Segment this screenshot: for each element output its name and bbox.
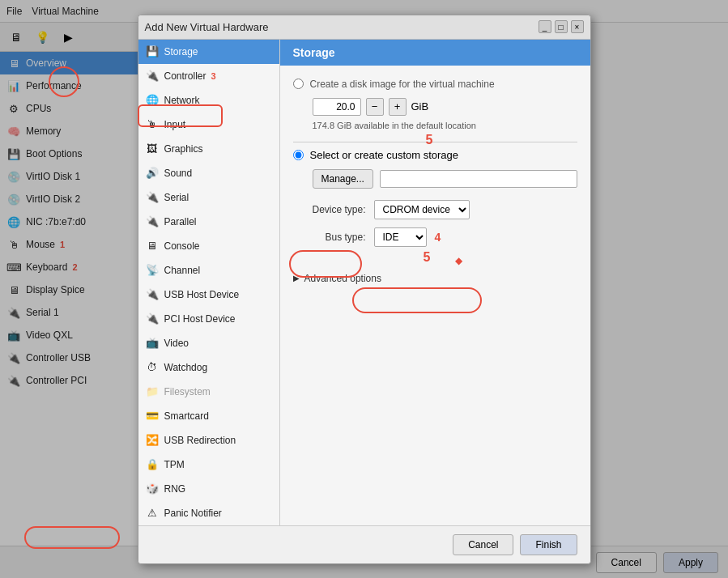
manage-row: Manage... bbox=[313, 169, 577, 189]
smartcard-icon: 💳 bbox=[145, 409, 160, 423]
dlitem-serial-label: Serial bbox=[164, 192, 189, 203]
dlitem-graphics-label: Graphics bbox=[164, 143, 203, 155]
dlitem-storage-label: Storage bbox=[164, 46, 198, 57]
dlitem-controller-label: Controller bbox=[164, 70, 206, 82]
usb-redir-icon: 🔀 bbox=[145, 433, 160, 448]
dlitem-smartcard[interactable]: 💳 Smartcard bbox=[138, 404, 279, 428]
dialog-minimize-btn[interactable]: _ bbox=[539, 20, 551, 33]
disk-size-plus-btn[interactable]: + bbox=[389, 98, 407, 116]
create-disk-radio[interactable] bbox=[293, 79, 304, 89]
dlitem-panic[interactable]: ⚠ Panic Notifier bbox=[138, 501, 279, 525]
select-storage-radio[interactable] bbox=[293, 150, 304, 160]
dlitem-watchdog-label: Watchdog bbox=[164, 362, 208, 373]
dlitem-serial[interactable]: 🔌 Serial bbox=[138, 185, 279, 210]
bus-type-select[interactable]: IDE VirtIO SCSI bbox=[374, 227, 427, 247]
dlitem-controller[interactable]: 🔌 Controller 3 bbox=[138, 64, 279, 88]
dlitem-network-label: Network bbox=[164, 95, 200, 106]
dlitem-graphics[interactable]: 🖼 Graphics bbox=[138, 137, 279, 161]
diamond-marker: ◆ bbox=[455, 255, 577, 266]
dlitem-input[interactable]: 🖱 Input bbox=[138, 113, 279, 137]
pci-host-icon: 🔌 bbox=[145, 312, 160, 326]
dlitem-tpm-label: TPM bbox=[164, 459, 185, 470]
dlitem-video[interactable]: 📺 Video bbox=[138, 331, 279, 355]
dialog-left-panel: 💾 Storage 🔌 Controller 3 🌐 Network 🖱 Inp… bbox=[138, 40, 280, 525]
bus-type-row: Bus type: IDE VirtIO SCSI 4 bbox=[293, 227, 577, 247]
dlitem-channel-label: Channel bbox=[164, 265, 201, 276]
dlitem-channel[interactable]: 📡 Channel bbox=[138, 258, 279, 283]
dlitem-rng[interactable]: 🎲 RNG bbox=[138, 477, 279, 501]
device-type-label: Device type: bbox=[293, 204, 366, 215]
filesystem-icon: 📁 bbox=[145, 385, 160, 399]
dlitem-parallel-label: Parallel bbox=[164, 216, 197, 227]
storage-icon: 💾 bbox=[145, 45, 160, 59]
tpm-icon: 🔒 bbox=[145, 457, 160, 472]
dlitem-usb-host[interactable]: 🔌 USB Host Device bbox=[138, 283, 279, 307]
device-type-row: Device type: CDROM device Disk device Fl… bbox=[293, 200, 577, 219]
dlitem-tpm[interactable]: 🔒 TPM bbox=[138, 453, 279, 477]
dialog-finish-button[interactable]: Finish bbox=[520, 534, 577, 555]
dlitem-storage[interactable]: 💾 Storage bbox=[138, 40, 279, 64]
usb-host-icon: 🔌 bbox=[145, 287, 160, 302]
device-type-select[interactable]: CDROM device Disk device Floppy device bbox=[374, 200, 470, 219]
dialog-controls: _ □ × bbox=[539, 20, 584, 33]
manage-path-input[interactable] bbox=[380, 170, 577, 188]
manage-button[interactable]: Manage... bbox=[313, 169, 373, 189]
select-storage-label: Select or create custom storage bbox=[310, 149, 459, 161]
dlitem-usb-redir[interactable]: 🔀 USB Redirection bbox=[138, 428, 279, 453]
bus-type-badge: 4 bbox=[435, 231, 441, 244]
controller-badge: 3 bbox=[211, 71, 216, 81]
parallel-icon: 🔌 bbox=[145, 215, 160, 229]
dlitem-filesystem: 📁 Filesystem bbox=[138, 380, 279, 404]
dlitem-parallel[interactable]: 🔌 Parallel bbox=[138, 210, 279, 234]
input-icon: 🖱 bbox=[145, 117, 160, 132]
dialog-right-panel: Storage Create a disk image for the virt… bbox=[280, 40, 590, 525]
dialog-cancel-button[interactable]: Cancel bbox=[453, 534, 513, 555]
disk-size-input[interactable]: 20.0 bbox=[313, 98, 361, 116]
panic-icon: ⚠ bbox=[145, 506, 160, 521]
disk-size-minus-btn[interactable]: − bbox=[366, 98, 384, 116]
panel-header: Storage bbox=[280, 40, 590, 66]
dlitem-panic-label: Panic Notifier bbox=[164, 508, 222, 519]
network-icon: 🌐 bbox=[145, 93, 160, 108]
advanced-section[interactable]: ▶ Advanced options bbox=[293, 273, 577, 284]
watchdog-icon: ⏱ bbox=[145, 360, 160, 375]
dlitem-smartcard-label: Smartcard bbox=[164, 410, 209, 422]
create-disk-row: Create a disk image for the virtual mach… bbox=[293, 79, 577, 90]
create-disk-label: Create a disk image for the virtual mach… bbox=[310, 79, 495, 90]
dialog-body: 💾 Storage 🔌 Controller 3 🌐 Network 🖱 Inp… bbox=[138, 40, 590, 525]
dlitem-sound-label: Sound bbox=[164, 168, 193, 179]
panel-content: Create a disk image for the virtual mach… bbox=[280, 66, 590, 297]
dialog-footer: Cancel Finish bbox=[138, 525, 590, 563]
dlitem-network[interactable]: 🌐 Network bbox=[138, 88, 279, 113]
dlitem-pci-host[interactable]: 🔌 PCI Host Device bbox=[138, 307, 279, 331]
graphics-icon: 🖼 bbox=[145, 142, 160, 156]
advanced-arrow-icon: ▶ bbox=[293, 274, 300, 283]
sound-icon: 🔊 bbox=[145, 166, 160, 181]
add-hardware-dialog: Add New Virtual Hardware _ □ × 💾 Storage… bbox=[138, 15, 591, 564]
serial-icon: 🔌 bbox=[145, 190, 160, 205]
video-icon: 📺 bbox=[145, 336, 160, 351]
dlitem-rng-label: RNG bbox=[164, 483, 186, 495]
dialog-close-btn[interactable]: × bbox=[571, 20, 584, 33]
dlitem-sound[interactable]: 🔊 Sound bbox=[138, 161, 279, 185]
disk-available-text: 174.8 GiB available in the default locat… bbox=[313, 121, 577, 130]
separator bbox=[293, 142, 577, 142]
dlitem-video-label: Video bbox=[164, 338, 189, 349]
rng-icon: 🎲 bbox=[145, 482, 160, 496]
dialog-titlebar: Add New Virtual Hardware _ □ × bbox=[138, 15, 590, 40]
dlitem-filesystem-label: Filesystem bbox=[164, 386, 211, 397]
dlitem-input-label: Input bbox=[164, 119, 186, 130]
dlitem-watchdog[interactable]: ⏱ Watchdog bbox=[138, 355, 279, 380]
dlitem-pci-host-label: PCI Host Device bbox=[164, 313, 236, 325]
disk-size-row: 20.0 − + GiB bbox=[313, 98, 577, 116]
dlitem-usb-host-label: USB Host Device bbox=[164, 289, 240, 300]
dialog-maximize-btn[interactable]: □ bbox=[555, 20, 568, 33]
advanced-label: Advanced options bbox=[304, 273, 381, 284]
disk-unit-label: GiB bbox=[411, 100, 429, 113]
controller-icon: 🔌 bbox=[145, 69, 160, 83]
channel-icon: 📡 bbox=[145, 263, 160, 278]
dlitem-console-label: Console bbox=[164, 240, 200, 252]
dlitem-console[interactable]: 🖥 Console bbox=[138, 234, 279, 258]
bus-type-label: Bus type: bbox=[293, 232, 366, 243]
step-number: 5 bbox=[426, 133, 433, 147]
